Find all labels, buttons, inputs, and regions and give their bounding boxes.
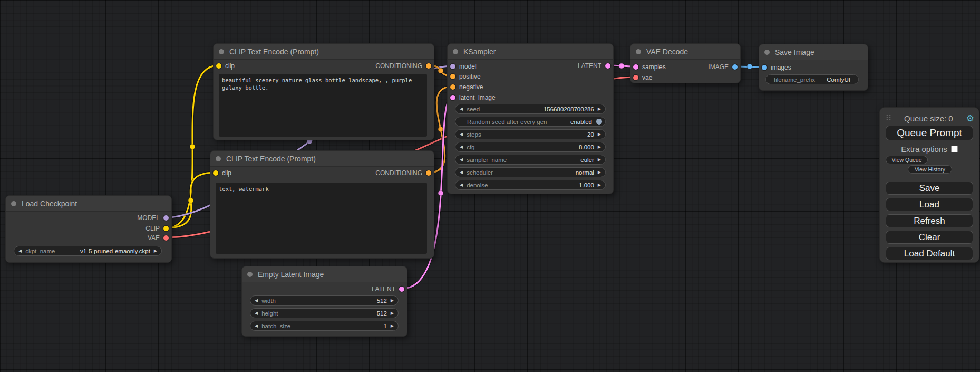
widget-sampler-name[interactable]: ◀ sampler_name euler ▶ [455,155,606,165]
node-load-checkpoint-header[interactable]: Load Checkpoint [6,196,171,212]
settings-gear-icon[interactable]: ⚙ [966,114,974,123]
port-dot-image[interactable] [732,64,738,70]
port-dot-latent[interactable] [399,287,404,292]
input-port-negative[interactable]: negative [450,82,483,92]
widget-batch-size[interactable]: ◀ batch_size 1 ▶ [250,321,399,331]
output-port-latent[interactable]: LATENT [578,61,610,71]
port-dot-samples[interactable] [633,64,638,70]
decrement-arrow-icon[interactable]: ◀ [460,132,463,137]
node-title: CLIP Text Encode (Prompt) [229,47,319,56]
collapse-dot-icon[interactable] [11,201,16,206]
output-port-vae[interactable]: VAE [148,233,169,243]
input-port-clip[interactable]: clip [216,61,235,71]
widget-filename-prefix[interactable]: filename_prefix ComfyUI [765,74,859,84]
decrement-arrow-icon[interactable]: ◀ [460,145,463,149]
port-dot-latent[interactable] [605,63,610,69]
widget-width[interactable]: ◀ width 512 ▶ [250,295,399,306]
node-clip-negative-header[interactable]: CLIP Text Encode (Prompt) [210,151,434,167]
collapse-dot-icon[interactable] [636,49,641,54]
output-port-model[interactable]: MODEL [137,213,169,223]
increment-arrow-icon[interactable]: ▶ [598,132,601,137]
decrement-arrow-icon[interactable]: ◀ [255,311,258,316]
save-button[interactable]: Save [886,182,973,195]
refresh-button[interactable]: Refresh [886,214,973,227]
node-vae-decode-header[interactable]: VAE Decode [630,44,740,60]
output-port-clip[interactable]: CLIP [145,223,169,234]
input-port-model[interactable]: model [450,61,477,72]
toggle-knob[interactable] [596,118,603,125]
increment-arrow-icon[interactable]: ▶ [391,324,394,328]
load-default-button[interactable]: Load Default [886,247,973,260]
output-port-conditioning[interactable]: CONDITIONING [375,168,431,178]
decrement-arrow-icon[interactable]: ◀ [255,299,258,303]
widget-denoise[interactable]: ◀ denoise 1.000 ▶ [455,180,606,190]
port-dot-conditioning[interactable] [426,170,431,176]
collapse-dot-icon[interactable] [764,50,770,55]
node-ksampler-header[interactable]: KSampler [448,44,613,60]
collapse-dot-icon[interactable] [219,49,224,54]
increment-arrow-icon[interactable]: ▶ [154,249,157,253]
widget-height[interactable]: ◀ height 512 ▶ [250,308,399,318]
output-port-image[interactable]: IMAGE [708,62,738,72]
port-dot-vae[interactable] [163,235,169,241]
input-port-vae[interactable]: vae [633,72,652,83]
increment-arrow-icon[interactable]: ▶ [391,299,394,303]
increment-arrow-icon[interactable]: ▶ [598,158,601,162]
input-label: negative [459,83,483,91]
queue-prompt-button[interactable]: Queue Prompt [886,126,973,140]
port-dot-latent-image[interactable] [450,95,455,100]
node-save-image-header[interactable]: Save Image [759,44,868,60]
increment-arrow-icon[interactable]: ▶ [598,183,601,187]
extra-options-checkbox[interactable] [951,146,958,152]
prompt-text-negative[interactable]: text, watermark [216,183,427,254]
clear-button[interactable]: Clear [886,231,973,244]
increment-arrow-icon[interactable]: ▶ [598,145,601,149]
widget-value: enabled [570,119,592,125]
view-history-button[interactable]: View History [908,165,952,174]
port-dot-images[interactable] [762,65,767,70]
input-port-clip[interactable]: clip [213,168,231,178]
widget-value: 1 [383,323,386,329]
collapse-dot-icon[interactable] [247,272,253,277]
widget-random-seed-toggle[interactable]: Random seed after every gen enabled [455,117,606,127]
widget-steps[interactable]: ◀ steps 20 ▶ [455,129,606,139]
port-dot-clip[interactable] [213,170,218,176]
prompt-text-positive[interactable]: beautiful scenery nature glass bottle la… [219,74,427,137]
decrement-arrow-icon[interactable]: ◀ [460,158,463,162]
collapse-dot-icon[interactable] [453,49,458,54]
output-port-conditioning[interactable]: CONDITIONING [375,61,431,71]
port-dot-vae[interactable] [633,75,638,80]
increment-arrow-icon[interactable]: ▶ [598,107,601,111]
port-dot-model[interactable] [163,215,169,221]
graph-canvas[interactable]: Load Checkpoint MODEL CLIP VAE ◀ ckpt_na… [0,0,980,372]
widget-cfg[interactable]: ◀ cfg 8.000 ▶ [455,142,606,152]
decrement-arrow-icon[interactable]: ◀ [460,107,463,111]
port-dot-clip[interactable] [163,226,169,231]
decrement-arrow-icon[interactable]: ◀ [460,170,463,175]
load-button[interactable]: Load [886,198,973,211]
widget-ckpt-name[interactable]: ◀ ckpt_name v1-5-pruned-emaonly.ckpt ▶ [14,246,162,256]
widget-scheduler[interactable]: ◀ scheduler normal ▶ [455,167,606,177]
decrement-arrow-icon[interactable]: ◀ [255,324,258,328]
widget-seed[interactable]: ◀ seed 156680208700286 ▶ [455,104,606,114]
output-port-latent[interactable]: LATENT [372,284,404,294]
increment-arrow-icon[interactable]: ▶ [598,170,601,175]
increment-arrow-icon[interactable]: ▶ [391,311,394,316]
decrement-arrow-icon[interactable]: ◀ [460,183,463,187]
output-label: LATENT [372,285,395,293]
port-dot-positive[interactable] [450,74,455,79]
input-port-images[interactable]: images [762,62,791,73]
node-empty-latent-header[interactable]: Empty Latent Image [242,266,407,282]
input-port-samples[interactable]: samples [633,62,666,72]
view-queue-button[interactable]: View Queue [886,156,928,164]
port-dot-clip[interactable] [216,63,221,69]
input-port-latent-image[interactable]: latent_image [450,92,496,103]
decrement-arrow-icon[interactable]: ◀ [18,249,22,253]
input-port-positive[interactable]: positive [450,71,481,82]
port-dot-conditioning[interactable] [426,63,431,69]
port-dot-model[interactable] [450,64,455,69]
collapse-dot-icon[interactable] [216,156,221,161]
port-dot-negative[interactable] [450,84,455,90]
node-clip-positive-header[interactable]: CLIP Text Encode (Prompt) [214,44,434,60]
drag-handle-icon[interactable] [886,113,891,123]
